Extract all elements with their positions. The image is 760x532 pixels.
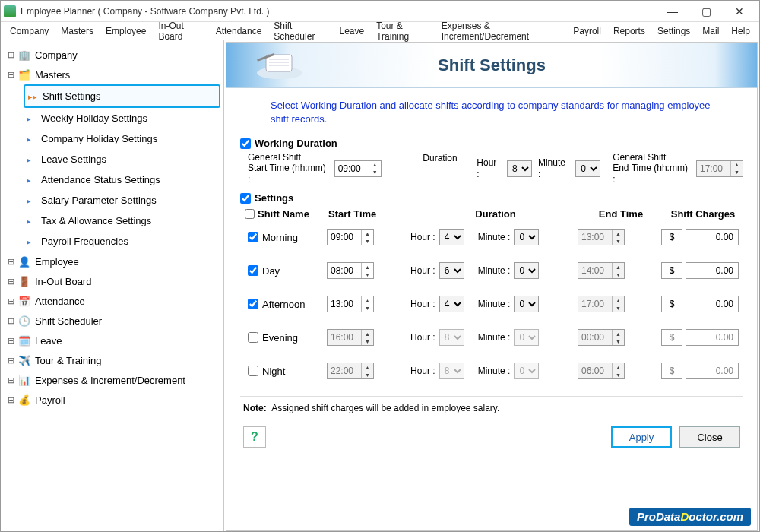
navigation-tree: ⊞ 🏢 Company ⊟ 🗂️ Masters ▸▸ Shift Settin… [1,40,224,532]
shift-charge-input[interactable] [686,229,739,245]
shift-charge-input[interactable] [686,296,739,312]
expand-icon[interactable]: ⊞ [5,336,16,346]
tree-expenses[interactable]: ⊞ 📊 Expenses & Increment/Decrement [4,370,220,390]
menu-attendance[interactable]: Attendance [210,24,268,39]
expand-icon[interactable]: ⊞ [5,395,16,405]
menu-reports[interactable]: Reports [607,24,651,39]
tree-employee[interactable]: ⊞ 👤 Employee [4,252,220,271]
shift-hour-select[interactable]: 4 [439,229,464,245]
close-window-button[interactable]: ✕ [723,1,756,22]
expand-icon[interactable]: ⊞ [5,356,16,366]
expand-icon[interactable]: ⊞ [5,316,16,326]
tree-label: Payroll Frequencies [41,236,128,247]
shift-minute-select[interactable]: 0 [514,296,539,312]
shift-start-input[interactable]: ▲▼ [327,262,374,279]
tree-attendance-status[interactable]: ▸ Attendance Status Settings [24,169,220,190]
shift-charge-input[interactable] [686,262,739,279]
tree-label: Leave Settings [41,154,106,165]
shift-hour-select[interactable]: 4 [439,296,464,312]
stack-icon: 🗂️ [17,68,31,81]
expand-icon[interactable]: ⊞ [5,257,16,267]
tree-salary-parameter[interactable]: ▸ Salary Parameter Settings [24,190,220,211]
shift-end-input: ▲▼ [578,229,625,245]
general-hour-select[interactable]: 8 [507,160,532,177]
tree-label: Attendance Status Settings [41,174,160,185]
shift-enable-checkbox[interactable] [248,265,258,276]
collapse-icon[interactable]: ⊟ [5,70,16,80]
shift-name-label: Morning [262,232,298,243]
shift-start-input[interactable]: ▲▼ [327,296,374,312]
tree-masters[interactable]: ⊟ 🗂️ Masters [4,65,220,84]
money-icon: 💰 [17,394,31,406]
expand-icon[interactable]: ⊞ [5,277,16,287]
shift-name-header-checkbox[interactable] [245,209,255,219]
menu-settings[interactable]: Settings [651,24,696,39]
menu-leave[interactable]: Leave [333,24,370,39]
shift-enable-checkbox[interactable] [248,232,258,242]
tree-label: Company [35,49,78,61]
working-duration-checkbox[interactable] [240,138,251,149]
shift-minute-select[interactable]: 0 [514,229,539,245]
shift-row-day: Day ▲▼ Hour : 6 Minute : 0 ▲▼ $ [248,262,743,279]
shift-currency: $ [661,296,682,312]
menu-masters[interactable]: Masters [55,24,100,39]
menu-company[interactable]: Company [4,24,55,39]
tree-weekly-holiday[interactable]: ▸ Weekly Holiday Settings [24,108,220,128]
tree-label: Tax & Allowance Settings [41,215,151,226]
menu-help[interactable]: Help [725,24,756,39]
minute-label: Minute : [538,157,569,179]
tree-in-out-board[interactable]: ⊞ 🚪 In-Out Board [4,271,220,291]
menu-shift-scheduler[interactable]: Shift Scheduler [268,18,333,44]
general-end-label: General Shift End Time (hh:mm) : [613,152,690,185]
tree-attendance[interactable]: ⊞ 📅 Attendance [4,291,220,311]
shift-enable-checkbox[interactable] [248,332,258,343]
hour-label: Hour : [410,232,435,242]
shift-row-night: Night ▲▼ Hour : 8 Minute : 0 ▲▼ $ [248,363,743,379]
shift-enable-checkbox[interactable] [248,299,258,309]
expand-icon[interactable]: ⊞ [5,50,16,60]
tree-leave[interactable]: ⊞ 🗓️ Leave [4,331,220,350]
shift-start-input[interactable]: ▲▼ [327,229,374,245]
tree-leave-settings[interactable]: ▸ Leave Settings [24,149,220,169]
hour-label: Hour : [410,366,435,376]
general-start-input[interactable]: ▲▼ [334,160,382,177]
tree-payroll[interactable]: ⊞ 💰 Payroll [4,390,220,410]
apply-button[interactable]: Apply [611,426,672,448]
tree-tax-allowance[interactable]: ▸ Tax & Allowance Settings [24,211,220,231]
shift-minute-select: 0 [514,329,539,346]
tree-shift-settings[interactable]: ▸▸ Shift Settings [24,84,220,108]
help-button[interactable]: ? [243,426,266,448]
tree-tour-training[interactable]: ⊞ ✈️ Tour & Training [4,350,220,370]
building-icon: 🏢 [17,49,31,61]
tree-company[interactable]: ⊞ 🏢 Company [4,45,220,65]
tree-company-holiday[interactable]: ▸ Company Holiday Settings [24,128,220,149]
chart-icon: 📊 [17,374,31,386]
menu-expenses[interactable]: Expenses & Increment/Decrement [435,18,567,44]
general-minute-select[interactable]: 0 [575,160,600,177]
menu-mail[interactable]: Mail [696,24,725,39]
shift-end-input: ▲▼ [578,262,625,279]
shift-hour-select[interactable]: 6 [439,262,464,279]
shift-charge-input [686,363,739,379]
shift-enable-checkbox[interactable] [248,366,258,376]
clock-icon: 🕒 [17,315,31,327]
menu-tour-training[interactable]: Tour & Training [370,18,435,44]
page-title: Shift Settings [438,55,546,75]
tree-shift-scheduler[interactable]: ⊞ 🕒 Shift Scheduler [4,311,220,331]
maximize-button[interactable]: ▢ [689,1,723,22]
minimize-button[interactable]: ― [656,1,689,22]
bullet-icon: ▸ [27,155,36,164]
bullet-icon: ▸▸ [28,92,37,101]
menu-payroll[interactable]: Payroll [567,24,607,39]
expand-icon[interactable]: ⊞ [5,296,16,306]
close-button[interactable]: Close [679,426,740,448]
shift-minute-select[interactable]: 0 [514,262,539,279]
expand-icon[interactable]: ⊞ [5,375,16,385]
shift-name-label: Night [262,366,285,377]
minute-label: Minute : [478,332,511,343]
tree-payroll-frequencies[interactable]: ▸ Payroll Frequencies [24,231,220,252]
col-duration: Duration [412,208,579,220]
settings-checkbox[interactable] [240,193,251,204]
content-pane: Shift Settings Select Working Duration a… [226,42,758,531]
menu-employee[interactable]: Employee [100,24,152,39]
